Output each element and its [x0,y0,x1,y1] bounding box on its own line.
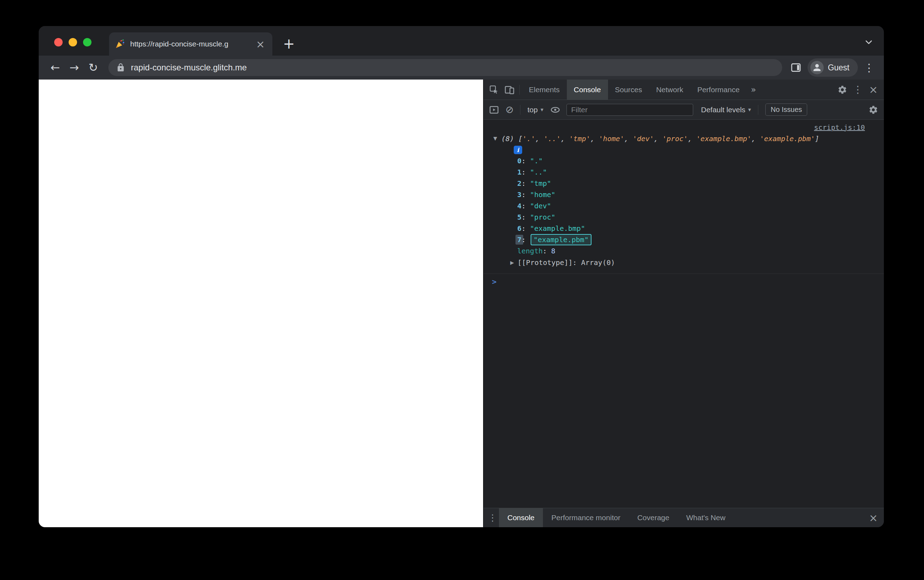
devtools-close-icon[interactable]: × [866,82,881,97]
drawer-menu-icon[interactable]: ⋮ [486,511,499,524]
entry-key: 0 [517,157,521,165]
drawer-tab-performance-monitor[interactable]: Performance monitor [543,508,629,527]
separator: , [590,134,599,143]
separator: : [572,258,581,267]
length-value: 8 [551,247,555,255]
devtools-settings-gear-icon[interactable] [835,82,850,97]
separator: : [521,213,530,221]
tab-sources[interactable]: Sources [608,79,649,100]
drawer-close-icon[interactable]: × [866,510,881,526]
separator: , [654,134,662,143]
expand-toggle-icon[interactable]: ▼ [493,132,497,144]
prototype-row: ▶[[Prototype]]: Array(0) [483,257,884,269]
preview-item: 'dev' [633,134,654,143]
inspect-element-icon[interactable] [486,82,502,97]
array-entry: 2: "tmp" [483,178,884,189]
console-messages[interactable]: script.js:10 ▼(8) ['.', '..', 'tmp', 'ho… [483,120,884,508]
browser-menu-icon[interactable]: ⋮ [862,60,877,75]
minimize-window-button[interactable] [69,38,77,46]
separator: : [521,179,530,188]
entry-key: 6 [517,224,521,232]
separator: : [521,202,530,210]
tab-performance[interactable]: Performance [691,79,746,100]
zoom-window-button[interactable] [83,38,92,46]
separator: , [624,134,633,143]
window-content: Elements Console Sources Network Perform… [39,79,884,527]
entry-value: ".." [530,168,547,176]
prototype-label: [[Prototype]] [518,258,573,267]
browser-window: https://rapid-concise-muscle.g × + ← → ↻… [39,26,884,527]
separator: , [535,134,544,143]
divider [520,105,520,115]
array-entry: 3: "home" [483,189,884,200]
profile-button[interactable]: Guest [807,58,858,77]
devtools-menu-icon[interactable]: ⋮ [850,82,866,97]
array-length-badge: (8) [501,134,518,143]
levels-label: Default levels [701,105,745,114]
tab-close-icon[interactable]: × [254,38,267,50]
separator: , [688,134,696,143]
console-settings-gear-icon[interactable] [866,103,880,117]
browser-toolbar: ← → ↻ rapid-concise-muscle.glitch.me Gue… [39,56,884,79]
separator: : [521,236,530,244]
reload-button[interactable]: ↻ [84,58,103,77]
length-label: length [517,247,543,255]
party-popper-icon [115,39,125,49]
array-preview[interactable]: ▼(8) ['.', '..', 'tmp', 'home', 'dev', '… [483,132,884,145]
drawer-tab-whats-new[interactable]: What's New [678,508,733,527]
collapsed-toggle-icon[interactable]: ▶ [510,257,514,269]
source-link[interactable]: script.js:10 [814,123,865,132]
tab-console[interactable]: Console [567,79,608,100]
entry-value: "proc" [530,213,555,221]
browser-tab[interactable]: https://rapid-concise-muscle.g × [109,32,272,56]
array-entry-selected: 7: "example.pbm" [483,234,884,245]
separator: : [521,190,530,199]
drawer-tab-coverage[interactable]: Coverage [629,508,678,527]
side-panel-icon[interactable] [788,59,804,76]
avatar-icon [811,61,824,74]
tab-search-chevron-icon[interactable] [862,36,875,49]
bracket: ] [815,134,819,143]
tab-elements[interactable]: Elements [522,79,567,100]
separator: , [561,134,569,143]
separator: , [751,134,760,143]
lock-icon[interactable] [116,63,125,72]
devtools-drawer: ⋮ Console Performance monitor Coverage W… [483,508,884,527]
filter-input[interactable] [567,104,693,116]
close-window-button[interactable] [54,38,62,46]
log-levels-selector[interactable]: Default levels ▾ [697,105,755,114]
context-label: top [528,105,538,114]
preview-item: '..' [544,134,561,143]
address-bar[interactable]: rapid-concise-muscle.glitch.me [109,59,782,76]
tab-network[interactable]: Network [649,79,691,100]
issues-counter[interactable]: No Issues [765,104,807,116]
separator: : [521,157,530,165]
array-entry: 4: "dev" [483,200,884,211]
console-prompt[interactable]: > [483,274,884,286]
desktop-background: https://rapid-concise-muscle.g × + ← → ↻… [0,0,924,580]
separator: : [543,247,551,255]
back-button[interactable]: ← [46,58,65,77]
live-expression-eye-icon[interactable] [548,103,562,117]
console-sidebar-icon[interactable] [487,103,501,117]
separator: : [521,168,530,176]
array-entry: 5: "proc" [483,211,884,223]
device-toolbar-icon[interactable] [502,82,517,97]
entry-key: 3 [517,190,521,199]
more-tabs-icon[interactable]: » [746,85,760,95]
entry-value: "home" [530,190,555,199]
array-entry: 6: "example.bmp" [483,223,884,234]
entry-value: "example.bmp" [530,224,585,232]
context-selector[interactable]: top ▾ [524,105,547,114]
array-entry: 0: "." [483,155,884,166]
highlighted-entry-value: "example.pbm" [531,234,592,245]
tab-strip: https://rapid-concise-muscle.g × + [39,26,884,56]
prompt-chevron-icon: > [492,277,497,286]
new-tab-button[interactable]: + [280,35,297,52]
forward-button[interactable]: → [65,58,84,77]
drawer-tab-console[interactable]: Console [499,508,543,527]
clear-console-icon[interactable]: ⊘ [503,103,516,117]
entry-key: 2 [517,179,521,188]
preview-item: 'tmp' [569,134,590,143]
console-toolbar: ⊘ top ▾ Default levels ▾ No Is [483,100,884,120]
